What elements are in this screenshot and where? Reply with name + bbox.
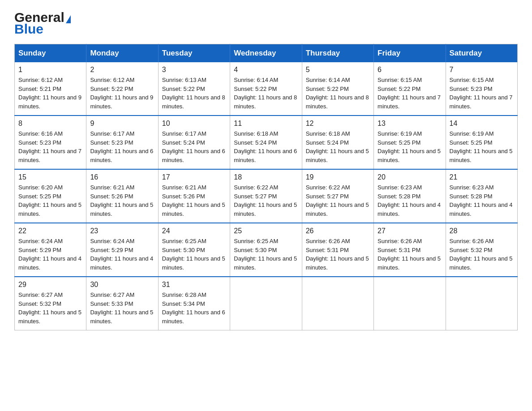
sunset-label: Sunset: 5:30 PM [162,247,205,253]
day-number: 28 [450,227,514,235]
sunrise-label: Sunrise: 6:16 AM [18,130,63,137]
day-number: 24 [162,227,226,235]
calendar-cell: 6 Sunrise: 6:15 AM Sunset: 5:22 PM Dayli… [374,62,446,116]
sunset-label: Sunset: 5:25 PM [378,139,420,146]
sunrise-label: Sunrise: 6:12 AM [90,77,134,83]
day-number: 2 [90,66,154,74]
calendar-cell: 30 Sunrise: 6:27 AM Sunset: 5:33 PM Dayl… [86,277,158,330]
day-number: 15 [18,173,82,181]
sunrise-label: Sunrise: 6:15 AM [450,77,494,83]
day-number: 9 [90,120,154,128]
day-number: 1 [18,66,82,74]
sunrise-label: Sunrise: 6:12 AM [18,77,63,83]
day-info: Sunrise: 6:24 AM Sunset: 5:29 PM Dayligh… [18,237,82,272]
daylight-label: Daylight: 11 hours and 5 minutes. [306,148,369,163]
sunrise-label: Sunrise: 6:26 AM [306,238,350,244]
calendar-cell: 18 Sunrise: 6:22 AM Sunset: 5:27 PM Dayl… [230,169,302,223]
day-number: 18 [234,173,298,181]
sunset-label: Sunset: 5:30 PM [234,247,277,253]
calendar-week-row: 8 Sunrise: 6:16 AM Sunset: 5:23 PM Dayli… [15,116,518,169]
calendar-cell: 2 Sunrise: 6:12 AM Sunset: 5:22 PM Dayli… [86,62,158,116]
calendar-cell: 31 Sunrise: 6:28 AM Sunset: 5:34 PM Dayl… [158,277,230,330]
header-row: SundayMondayTuesdayWednesdayThursdayFrid… [15,44,518,63]
calendar-cell: 20 Sunrise: 6:23 AM Sunset: 5:28 PM Dayl… [374,169,446,223]
sunrise-label: Sunrise: 6:28 AM [162,291,206,298]
daylight-label: Daylight: 11 hours and 5 minutes. [306,201,369,217]
calendar-cell: 8 Sunrise: 6:16 AM Sunset: 5:23 PM Dayli… [15,116,86,169]
sunset-label: Sunset: 5:27 PM [306,193,349,200]
sunset-label: Sunset: 5:21 PM [18,86,61,92]
sunrise-label: Sunrise: 6:26 AM [378,238,422,244]
daylight-label: Daylight: 11 hours and 7 minutes. [450,94,513,110]
calendar-cell: 17 Sunrise: 6:21 AM Sunset: 5:26 PM Dayl… [158,169,230,223]
daylight-label: Daylight: 11 hours and 6 minutes. [162,148,225,163]
day-number: 22 [18,227,82,235]
calendar-cell: 12 Sunrise: 6:18 AM Sunset: 5:24 PM Dayl… [302,116,373,169]
calendar-cell: 7 Sunrise: 6:15 AM Sunset: 5:23 PM Dayli… [446,62,517,116]
sunrise-label: Sunrise: 6:24 AM [90,238,134,244]
day-info: Sunrise: 6:14 AM Sunset: 5:22 PM Dayligh… [306,76,370,111]
sunrise-label: Sunrise: 6:27 AM [18,291,63,298]
day-number: 4 [234,66,298,74]
day-number: 25 [234,227,298,235]
daylight-label: Daylight: 11 hours and 5 minutes. [90,201,153,217]
day-of-week-header: Tuesday [158,44,230,63]
day-info: Sunrise: 6:25 AM Sunset: 5:30 PM Dayligh… [234,237,298,272]
sunrise-label: Sunrise: 6:23 AM [450,184,494,191]
calendar-cell: 1 Sunrise: 6:12 AM Sunset: 5:21 PM Dayli… [15,62,86,116]
calendar-cell: 21 Sunrise: 6:23 AM Sunset: 5:28 PM Dayl… [446,169,517,223]
daylight-label: Daylight: 11 hours and 6 minutes. [162,309,225,325]
sunset-label: Sunset: 5:22 PM [378,86,420,92]
sunset-label: Sunset: 5:24 PM [306,139,349,146]
sunrise-label: Sunrise: 6:18 AM [234,130,278,137]
logo-blue-text: Blue [14,22,43,36]
daylight-label: Daylight: 11 hours and 4 minutes. [378,201,441,217]
daylight-label: Daylight: 11 hours and 4 minutes. [18,255,82,271]
day-number: 10 [162,120,226,128]
daylight-label: Daylight: 11 hours and 6 minutes. [234,148,297,163]
day-number: 31 [162,281,226,289]
day-info: Sunrise: 6:27 AM Sunset: 5:32 PM Dayligh… [18,291,82,325]
daylight-label: Daylight: 11 hours and 5 minutes. [18,201,82,217]
daylight-label: Daylight: 11 hours and 8 minutes. [234,94,297,110]
day-info: Sunrise: 6:16 AM Sunset: 5:23 PM Dayligh… [18,129,82,164]
day-info: Sunrise: 6:26 AM Sunset: 5:31 PM Dayligh… [378,237,442,272]
day-of-week-header: Monday [86,44,158,63]
calendar-cell: 29 Sunrise: 6:27 AM Sunset: 5:32 PM Dayl… [15,277,86,330]
calendar-body: 1 Sunrise: 6:12 AM Sunset: 5:21 PM Dayli… [15,62,518,330]
sunset-label: Sunset: 5:29 PM [90,247,133,253]
day-info: Sunrise: 6:26 AM Sunset: 5:31 PM Dayligh… [306,237,370,272]
day-info: Sunrise: 6:23 AM Sunset: 5:28 PM Dayligh… [450,183,514,218]
calendar-cell: 14 Sunrise: 6:19 AM Sunset: 5:25 PM Dayl… [446,116,517,169]
sunset-label: Sunset: 5:24 PM [234,139,277,146]
day-number: 11 [234,120,298,128]
calendar-cell [446,277,517,330]
sunset-label: Sunset: 5:22 PM [162,86,205,92]
calendar-week-row: 15 Sunrise: 6:20 AM Sunset: 5:25 PM Dayl… [15,169,518,223]
sunset-label: Sunset: 5:22 PM [306,86,349,92]
daylight-label: Daylight: 11 hours and 4 minutes. [90,255,153,271]
sunset-label: Sunset: 5:31 PM [306,247,349,253]
sunset-label: Sunset: 5:22 PM [234,86,277,92]
day-number: 26 [306,227,370,235]
sunset-label: Sunset: 5:25 PM [18,193,61,200]
sunset-label: Sunset: 5:32 PM [18,300,61,307]
day-info: Sunrise: 6:24 AM Sunset: 5:29 PM Dayligh… [90,237,154,272]
day-number: 29 [18,281,82,289]
daylight-label: Daylight: 11 hours and 8 minutes. [162,94,225,110]
sunset-label: Sunset: 5:31 PM [378,247,420,253]
day-info: Sunrise: 6:15 AM Sunset: 5:22 PM Dayligh… [378,76,442,111]
calendar-header: SundayMondayTuesdayWednesdayThursdayFrid… [15,44,518,63]
day-info: Sunrise: 6:18 AM Sunset: 5:24 PM Dayligh… [234,129,298,164]
calendar-cell [302,277,373,330]
day-info: Sunrise: 6:12 AM Sunset: 5:22 PM Dayligh… [90,76,154,111]
sunrise-label: Sunrise: 6:17 AM [90,130,134,137]
daylight-label: Daylight: 11 hours and 8 minutes. [306,94,369,110]
sunset-label: Sunset: 5:25 PM [450,139,493,146]
daylight-label: Daylight: 11 hours and 5 minutes. [90,309,153,325]
daylight-label: Daylight: 11 hours and 5 minutes. [306,255,369,271]
day-of-week-header: Saturday [446,44,517,63]
logo-triangle-icon [66,15,71,23]
daylight-label: Daylight: 11 hours and 5 minutes. [378,148,441,163]
sunrise-label: Sunrise: 6:18 AM [306,130,350,137]
